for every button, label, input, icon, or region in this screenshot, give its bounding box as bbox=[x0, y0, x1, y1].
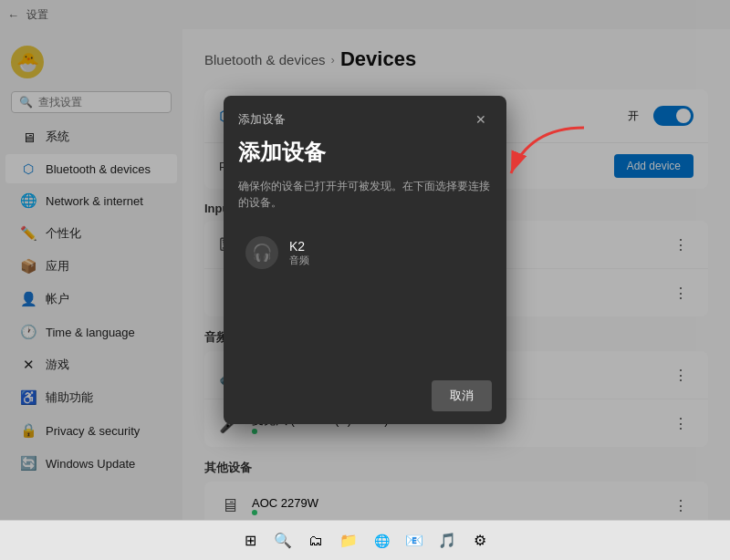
modal-header: 添加设备 ✕ bbox=[224, 96, 506, 130]
device-modal-info: K2 音频 bbox=[289, 239, 309, 267]
modal-footer: 取消 bbox=[224, 368, 506, 424]
modal-close-button[interactable]: ✕ bbox=[470, 109, 492, 130]
modal-device-name: K2 bbox=[289, 239, 309, 254]
modal-overlay: 添加设备 ✕ 添加设备 确保你的设备已打开并可被发现。在下面选择要连接的设备。 … bbox=[0, 0, 730, 520]
explorer-button[interactable]: 📁 bbox=[335, 527, 362, 555]
settings-taskbar-button[interactable]: ⚙ bbox=[466, 527, 494, 555]
add-device-modal: 添加设备 ✕ 添加设备 确保你的设备已打开并可被发现。在下面选择要连接的设备。 … bbox=[224, 96, 506, 424]
search-taskbar-button[interactable]: 🔍 bbox=[269, 527, 297, 555]
modal-header-label: 添加设备 bbox=[238, 111, 286, 128]
media-button[interactable]: 🎵 bbox=[433, 527, 461, 555]
edge-button[interactable]: 🌐 bbox=[368, 527, 395, 555]
modal-device-type: 音频 bbox=[289, 254, 309, 267]
start-button[interactable]: ⊞ bbox=[236, 527, 264, 555]
modal-description: 确保你的设备已打开并可被发现。在下面选择要连接的设备。 bbox=[224, 178, 506, 225]
list-item[interactable]: 🎧 K2 音频 bbox=[231, 225, 499, 280]
task-view-button[interactable]: 🗂 bbox=[302, 527, 329, 555]
device-modal-icon: 🎧 bbox=[245, 236, 278, 269]
modal-title: 添加设备 bbox=[224, 130, 506, 178]
cancel-button[interactable]: 取消 bbox=[432, 380, 492, 411]
taskbar: ⊞ 🔍 🗂 📁 🌐 📧 🎵 ⚙ bbox=[0, 520, 730, 560]
mail-button[interactable]: 📧 bbox=[401, 527, 428, 555]
